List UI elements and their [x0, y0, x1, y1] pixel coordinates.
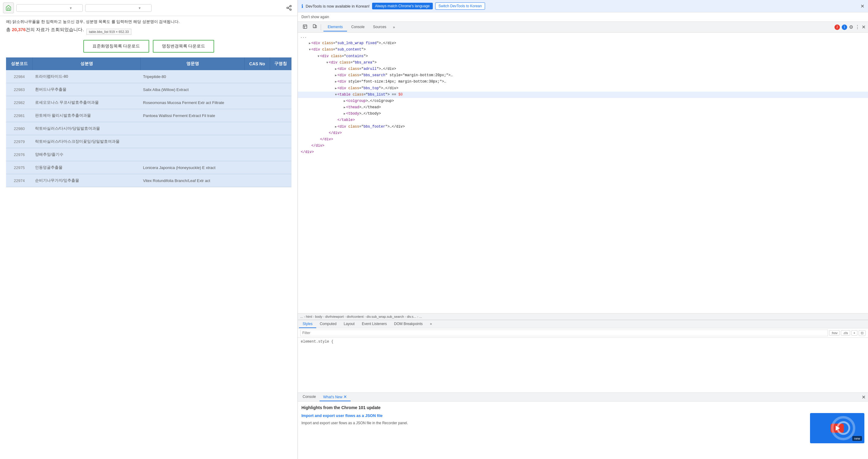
- breadcrumb-item[interactable]: div.sub_wrap.sub_search: [367, 315, 404, 318]
- element-line[interactable]: </div>: [298, 149, 868, 155]
- element-line[interactable]: ▶<div class="adrull">…</div>: [298, 66, 868, 72]
- expand-triangle[interactable]: ▶: [335, 80, 337, 83]
- element-line[interactable]: ▶<div class="bbs_footer">…</div>: [298, 124, 868, 130]
- inspect-element-button[interactable]: [300, 22, 310, 32]
- alias-download-button[interactable]: 명칭변경목록 다운로드: [153, 40, 214, 53]
- tab-console[interactable]: Console: [347, 23, 369, 31]
- tab-more[interactable]: »: [391, 23, 398, 31]
- cell-english: Pantoea Wallissi Ferment Extract Fil tra…: [141, 109, 245, 122]
- expand-triangle[interactable]: [318, 138, 319, 141]
- console-tab[interactable]: Console: [299, 393, 319, 401]
- cell-name: 락토바실러스/다시마/당밀발효여과물: [33, 122, 141, 135]
- breadcrumb-item[interactable]: html: [306, 315, 312, 318]
- tab-elements[interactable]: Elements: [323, 23, 347, 31]
- match-language-button[interactable]: Always match Chrome's language: [372, 3, 433, 9]
- devtools-more-options-button[interactable]: ⋮: [855, 24, 860, 30]
- cell-english: Salix Alba (Willow) Extract: [141, 83, 245, 96]
- element-line[interactable]: ▶<div class="bbs_search" style="margin-b…: [298, 72, 868, 79]
- svg-point-1: [287, 7, 288, 9]
- breadcrumb-item[interactable]: div#viewport: [325, 315, 344, 318]
- elements-tree: ... ▶<div class="sub_lnb_wrap fixed">…</…: [298, 33, 868, 313]
- element-line[interactable]: ▼<div class="sub_content">: [298, 47, 868, 53]
- sub-tab-dom-breakpoints[interactable]: DOM Breakpoints: [391, 320, 427, 328]
- sub-tab-computed[interactable]: Computed: [316, 320, 340, 328]
- expand-triangle[interactable]: ▶: [335, 67, 337, 71]
- element-line[interactable]: ▶<colgroup>…</colgroup>: [298, 98, 868, 104]
- sub-tab-more[interactable]: »: [427, 320, 436, 328]
- breadcrumb-item[interactable]: ...: [300, 315, 303, 318]
- devtools-close-button[interactable]: ✕: [862, 24, 866, 30]
- cell-cas: [245, 161, 270, 174]
- expand-triangle[interactable]: ▶: [344, 99, 345, 103]
- sub-tab-event-listeners[interactable]: Event Listeners: [358, 320, 391, 328]
- breadcrumb-separator: ›: [365, 315, 366, 318]
- expand-triangle[interactable]: ▼: [309, 48, 311, 51]
- notification-close-button[interactable]: ✕: [861, 3, 864, 9]
- expand-triangle[interactable]: ▼: [335, 93, 337, 96]
- circle-decoration-inner: [837, 421, 850, 435]
- element-line[interactable]: ▼<div class="contains">: [298, 53, 868, 60]
- expand-triangle[interactable]: ▶: [344, 112, 345, 115]
- search-input-2[interactable]: 성분명 검색: [89, 6, 137, 10]
- expand-triangle[interactable]: ▶: [344, 106, 345, 109]
- expand-triangle[interactable]: [326, 132, 328, 135]
- dont-show-button[interactable]: Don't show again: [302, 13, 329, 20]
- table-row: 22982 로세오모나스 무코사발효추출여과물 Roseomonas Mucos…: [6, 96, 291, 109]
- cell-name: 트라이펩타이드-80: [33, 70, 141, 83]
- devtools-settings-button[interactable]: ⚙: [849, 24, 853, 30]
- whatsnew-close-icon[interactable]: ✕: [343, 394, 347, 399]
- device-toggle-button[interactable]: [310, 22, 319, 32]
- share-button[interactable]: [284, 2, 294, 13]
- element-line[interactable]: ▼<table class="bbs_list"> == $0: [298, 92, 868, 98]
- element-line[interactable]: ▶<div style="font-size:14px; margin-bott…: [298, 79, 868, 85]
- filter-input[interactable]: [300, 329, 828, 336]
- cell-cas: [245, 174, 270, 187]
- search-input-wrapper-2: 성분명 검색 ▾: [85, 4, 152, 12]
- sub-tab-layout[interactable]: Layout: [340, 320, 358, 328]
- breadcrumb-item[interactable]: ...: [419, 315, 422, 318]
- hov-filter-button[interactable]: :hov: [829, 330, 840, 336]
- sub-tab-styles[interactable]: Styles: [299, 320, 316, 328]
- expand-triangle[interactable]: [335, 118, 337, 122]
- expand-triangle[interactable]: ▼: [318, 55, 319, 58]
- cell-code: 22974: [6, 174, 33, 187]
- style-options-button[interactable]: ⊡: [859, 330, 866, 336]
- cell-name: 양배추잎/줄기수: [33, 148, 141, 161]
- breadcrumb-item[interactable]: body: [315, 315, 322, 318]
- cell-code: 22983: [6, 83, 33, 96]
- home-button[interactable]: [3, 2, 14, 13]
- element-line[interactable]: </div>: [298, 130, 868, 136]
- expand-triangle[interactable]: ▶: [335, 125, 337, 128]
- element-line[interactable]: ▶<div class="sub_lnb_wrap fixed">…</div>: [298, 40, 868, 47]
- cell-code: 22979: [6, 135, 33, 148]
- table-row: 22984 트라이펩타이드-80 Tripeptide-80: [6, 70, 291, 83]
- col-header-code: 성분코드: [6, 57, 33, 70]
- table-row: 22981 판토에아 왈리시발효추출여과물 Pantoea Wallissi F…: [6, 109, 291, 122]
- expand-triangle[interactable]: [309, 144, 311, 148]
- article-thumbnail: new: [810, 413, 864, 443]
- element-line[interactable]: </table>: [298, 117, 868, 123]
- element-line[interactable]: ▶<div class="bbs_top">…</div>: [298, 85, 868, 92]
- article-link[interactable]: Import and export user flows as a JSON f…: [302, 413, 806, 419]
- expand-triangle[interactable]: ▼: [326, 61, 328, 64]
- bottom-close-button[interactable]: ✕: [859, 394, 868, 401]
- cls-filter-button[interactable]: .cls: [841, 330, 850, 336]
- expand-triangle[interactable]: ▶: [309, 42, 311, 45]
- search-input-1[interactable]: 성분명 검색: [20, 6, 68, 10]
- element-line[interactable]: ▶<thead>…</thead>: [298, 104, 868, 111]
- breadcrumb-item[interactable]: div.s...: [407, 315, 416, 318]
- tab-sources[interactable]: Sources: [369, 23, 391, 31]
- expand-triangle[interactable]: ▶: [335, 87, 337, 90]
- expand-triangle[interactable]: ▶: [335, 74, 337, 77]
- element-line[interactable]: ▼<div class="bbs_area">: [298, 60, 868, 66]
- breadcrumb-item[interactable]: div#content: [347, 315, 364, 318]
- whatsnew-tab[interactable]: What's New ✕: [319, 393, 351, 401]
- element-line-dots: ...: [298, 34, 868, 40]
- element-line[interactable]: </div>: [298, 136, 868, 143]
- element-line[interactable]: </div>: [298, 143, 868, 149]
- switch-korean-button[interactable]: Switch DevTools to Korean: [435, 2, 485, 10]
- cell-oldname: [270, 109, 291, 122]
- add-style-button[interactable]: +: [851, 330, 858, 336]
- element-line[interactable]: ▶<tbody>…</tbody>: [298, 111, 868, 117]
- standard-download-button[interactable]: 표준화명칭목록 다운로드: [83, 40, 149, 53]
